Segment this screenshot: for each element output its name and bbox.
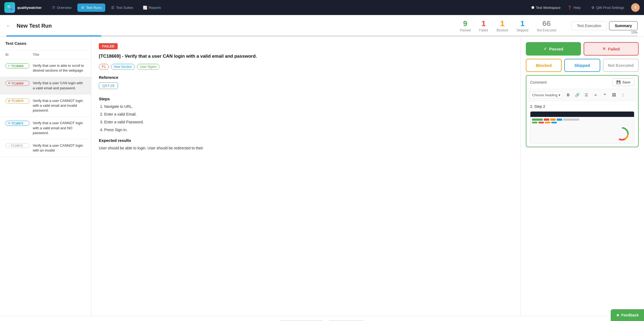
tags-row: P1 New Section User Signin: [99, 64, 513, 70]
view-tabs: Test Execution Summary: [571, 21, 638, 30]
bar-sm-red: [538, 122, 544, 123]
nav-overview[interactable]: ⏱ Overview: [48, 3, 75, 12]
skipped-button[interactable]: Skipped: [564, 59, 600, 72]
tc-badge-passed: ✓ TC18668: [5, 63, 30, 68]
passed-button[interactable]: ✓ Passed: [526, 42, 581, 56]
tc-badge-skipped: ↪ TC18671: [5, 121, 30, 126]
tag-p1: P1: [99, 64, 109, 70]
list-item: Enter a valid Password.: [104, 119, 513, 125]
nav-reports[interactable]: 📈 Reports: [139, 3, 165, 12]
status-buttons-row2: Blocked Skipped Not Executed: [526, 59, 639, 72]
image-button[interactable]: 🖼: [610, 91, 618, 99]
bar-green: [532, 119, 543, 121]
feedback-button[interactable]: ★ Feedback: [611, 309, 644, 321]
bullet-list-button[interactable]: ☰: [583, 91, 590, 99]
bar-sm-blue: [551, 122, 557, 123]
page-title: New Test Run: [17, 23, 52, 29]
stat-skipped: 1 Skipped: [517, 19, 528, 32]
tc-title: Verify that a user CAN login with a vali…: [33, 81, 86, 90]
nav-test-suites[interactable]: ☰ Test Suites: [107, 3, 137, 12]
list-item: Enter a valid Email.: [104, 112, 513, 117]
nav-test-runs[interactable]: ⚙ Test Runs: [77, 3, 105, 12]
bar-orange: [550, 119, 556, 121]
progress-bar-row: 15%: [6, 35, 638, 36]
stat-passed: 9 Passed: [460, 19, 471, 32]
nav-right: Test Workspace ❓ Help ⚙ QW Prod Settings…: [531, 3, 640, 12]
tc-badge-failed: ✕ TC18669: [5, 81, 30, 86]
list-item: Navigate to URL.: [104, 104, 513, 109]
left-panel: Test Cases ID Title ✓ TC18668 Verify tha…: [0, 37, 91, 316]
tc-title: Verify that user is able to scroll to de…: [33, 63, 86, 73]
right-panel: ✓ Passed ✕ Failed Blocked Skipped Not Ex…: [520, 37, 644, 316]
heading-select[interactable]: Choose heading ▾: [530, 92, 563, 98]
table-row[interactable]: ✕ TC18669 Verify that a user CAN login w…: [0, 77, 91, 94]
stat-not-exec: 66 Not Executed: [537, 19, 556, 32]
list-item: Press Sign in.: [104, 127, 513, 133]
table-row[interactable]: ↪ TC18671 Verify that a user CANNOT logi…: [0, 117, 91, 139]
comment-label: Comment:: [530, 80, 548, 84]
star-icon: ★: [616, 313, 620, 317]
tc-badge-not-exec: ○ TC18672: [5, 143, 30, 148]
expected-text: User should be able to login. User shoul…: [99, 145, 513, 151]
gauge-chart: [615, 127, 629, 141]
link-button[interactable]: 🔗: [574, 91, 581, 99]
back-button[interactable]: ←: [6, 24, 10, 28]
failed-button[interactable]: ✕ Failed: [584, 42, 639, 56]
ordered-list-button[interactable]: ≡: [592, 91, 599, 99]
tc-title: Verify that a user CANNOT login with an …: [33, 143, 86, 153]
status-buttons-row1: ✓ Passed ✕ Failed: [526, 42, 639, 56]
more-options-button[interactable]: ⋮: [619, 91, 627, 99]
blocked-button[interactable]: Blocked: [526, 59, 562, 72]
table-row[interactable]: ✓ TC18668 Verify that user is able to sc…: [0, 60, 91, 77]
tc-title: Verify that a user CANNOT login with a v…: [33, 98, 86, 113]
top-nav: 🔍 qualitywatcher ⏱ Overview ⚙ Test Runs …: [0, 0, 644, 15]
reference-value: QST-29: [99, 82, 118, 89]
table-row[interactable]: ⊘ TC18670 Verify that a user CANNOT logi…: [0, 95, 91, 117]
stat-failed: 1 Failed: [479, 19, 488, 32]
help-icon: ❓: [567, 6, 572, 10]
back-icon: ←: [6, 24, 10, 28]
col-id-label: ID: [5, 53, 30, 57]
bottom-nav: ← Previous Next →: [0, 316, 644, 321]
passed-check-icon: ✓: [544, 46, 547, 51]
tab-summary[interactable]: Summary: [609, 21, 638, 30]
save-icon: 💾: [616, 80, 621, 84]
screenshot-preview: [530, 111, 634, 143]
block-icon: ⊘: [8, 99, 10, 103]
save-button[interactable]: 💾 Save: [612, 78, 634, 86]
not-executed-button[interactable]: Not Executed: [603, 59, 639, 72]
quote-button[interactable]: ❝: [601, 91, 609, 99]
overview-icon: ⏱: [52, 6, 55, 10]
logo-icon: 🔍: [4, 2, 15, 13]
stats-row: 9 Passed 1 Failed 1 Blocked 1 Skipped 66…: [460, 19, 556, 32]
main-content: Test Cases ID Title ✓ TC18668 Verify tha…: [0, 37, 644, 316]
reports-icon: 📈: [143, 6, 147, 10]
steps-list: Navigate to URL. Enter a valid Email. En…: [99, 104, 513, 133]
bar-red: [544, 119, 549, 121]
avatar[interactable]: T: [631, 3, 640, 12]
logo[interactable]: 🔍 qualitywatcher: [4, 2, 42, 13]
tc-title: Verify that a user CANNOT login with a v…: [33, 121, 86, 135]
bold-button[interactable]: B: [565, 91, 572, 99]
preview-inner: [530, 112, 634, 143]
circle-icon: ○: [8, 144, 10, 147]
tag-signin: User Signin: [137, 64, 160, 70]
tab-test-execution[interactable]: Test Execution: [571, 21, 607, 30]
progress-bar-fill: [6, 35, 101, 36]
center-panel: FAILED [TC18669] - Verify that a user CA…: [91, 37, 520, 316]
workspace-selector[interactable]: Test Workspace: [531, 6, 560, 10]
skip-icon: ↪: [8, 121, 10, 125]
nav-settings[interactable]: ⚙ QW Prod Settings: [588, 3, 628, 12]
table-row[interactable]: ○ TC18672 Verify that a user CANNOT logi…: [0, 139, 91, 157]
bar-blue: [557, 119, 562, 121]
bar-sm-orange: [545, 122, 550, 123]
comment-box: Comment: 💾 Save Choose heading ▾ B 🔗 ☰ ≡…: [526, 75, 639, 147]
progress-pct: 15%: [631, 31, 638, 34]
stat-blocked: 1 Blocked: [497, 19, 508, 32]
editor-content[interactable]: 2. Step 2: [526, 101, 638, 147]
step-2-text: 2. Step 2: [530, 104, 634, 109]
preview-bars: [532, 119, 632, 121]
tc-badge-blocked: ⊘ TC18670: [5, 98, 30, 104]
workspace-dot: [531, 6, 534, 9]
nav-help[interactable]: ❓ Help: [564, 3, 584, 12]
